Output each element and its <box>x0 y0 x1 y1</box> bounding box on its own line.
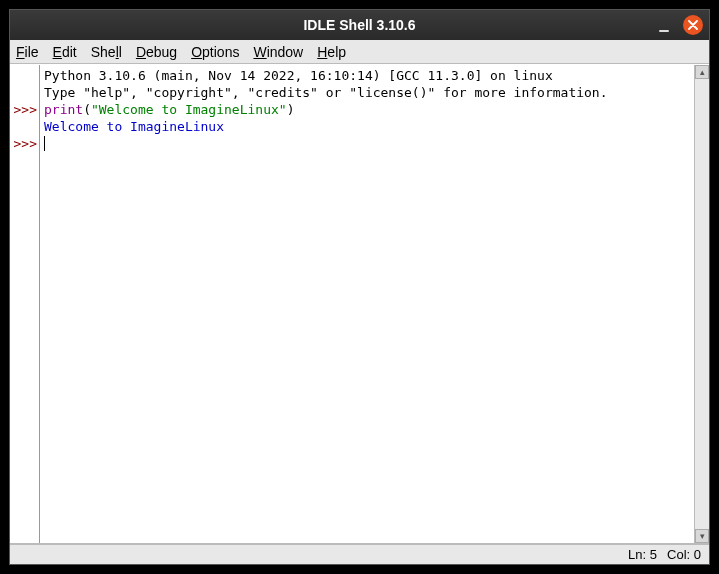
string-token: "Welcome to ImagineLinux" <box>91 102 287 117</box>
prompt-gutter: >>> >>> <box>10 65 40 543</box>
close-icon <box>688 20 698 30</box>
idle-window: IDLE Shell 3.10.6 File Edit Shell Debug … <box>9 9 710 565</box>
scroll-track[interactable] <box>695 79 709 529</box>
vertical-scrollbar[interactable]: ▴ ▾ <box>694 65 709 543</box>
gutter-line <box>10 67 39 84</box>
paren-token: ) <box>287 102 295 117</box>
shell-content: >>> >>> Python 3.10.6 (main, Nov 14 2022… <box>10 64 709 544</box>
window-controls <box>655 15 703 35</box>
banner-line: Python 3.10.6 (main, Nov 14 2022, 16:10:… <box>44 68 553 83</box>
menu-options[interactable]: Options <box>191 44 239 60</box>
col-label: Col: <box>667 547 690 562</box>
shell-editor[interactable]: Python 3.10.6 (main, Nov 14 2022, 16:10:… <box>40 65 694 543</box>
output-line: Welcome to ImagineLinux <box>44 119 224 134</box>
status-line: Ln: 5 <box>628 547 657 562</box>
statusbar: Ln: 5 Col: 0 <box>10 544 709 564</box>
menu-edit[interactable]: Edit <box>53 44 77 60</box>
gutter-line <box>10 84 39 101</box>
menu-shell[interactable]: Shell <box>91 44 122 60</box>
menu-file[interactable]: File <box>16 44 39 60</box>
titlebar: IDLE Shell 3.10.6 <box>10 10 709 40</box>
prompt: >>> <box>10 135 39 152</box>
menu-debug[interactable]: Debug <box>136 44 177 60</box>
keyword-token: print <box>44 102 83 117</box>
ln-value: 5 <box>650 547 657 562</box>
status-col: Col: 0 <box>667 547 701 562</box>
col-value: 0 <box>694 547 701 562</box>
scroll-down-button[interactable]: ▾ <box>695 529 709 543</box>
menu-help[interactable]: Help <box>317 44 346 60</box>
menubar: File Edit Shell Debug Options Window Hel… <box>10 40 709 64</box>
ln-label: Ln: <box>628 547 646 562</box>
text-cursor <box>44 136 45 151</box>
close-button[interactable] <box>683 15 703 35</box>
window-title: IDLE Shell 3.10.6 <box>10 17 709 33</box>
scroll-up-button[interactable]: ▴ <box>695 65 709 79</box>
prompt: >>> <box>10 101 39 118</box>
menu-window[interactable]: Window <box>253 44 303 60</box>
banner-line: Type "help", "copyright", "credits" or "… <box>44 85 608 100</box>
minimize-button[interactable] <box>655 16 673 34</box>
paren-token: ( <box>83 102 91 117</box>
gutter-line <box>10 118 39 135</box>
